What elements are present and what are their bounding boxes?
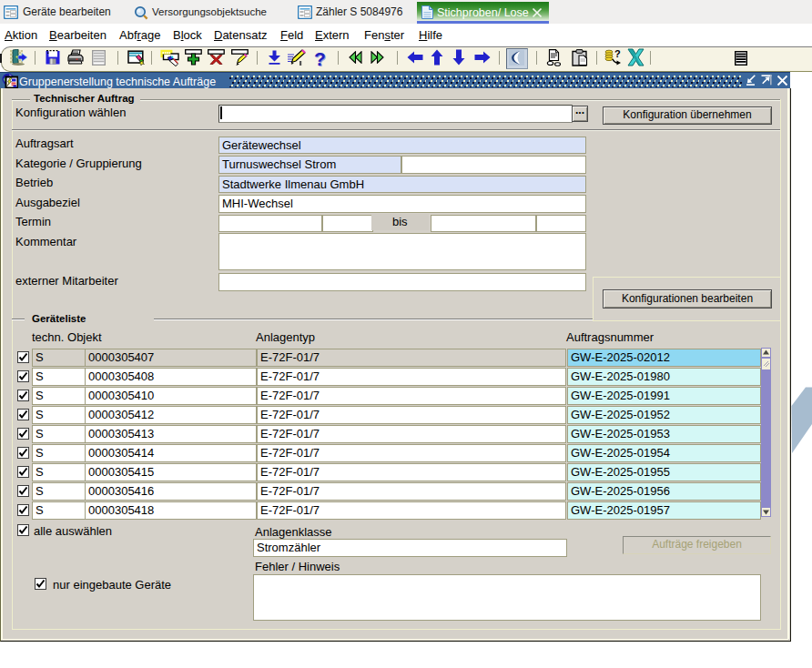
svg-text:?: ?: [614, 49, 621, 59]
